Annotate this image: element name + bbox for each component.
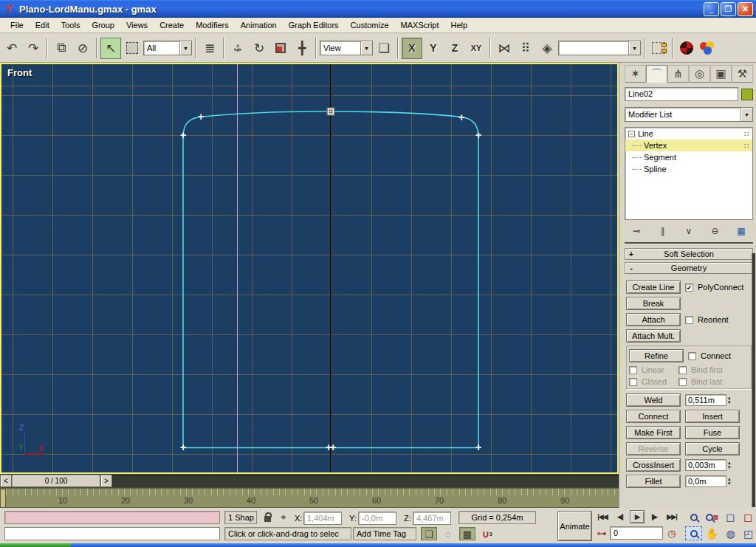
lock-stack-icon[interactable]: ∥ <box>656 226 670 236</box>
vertex-marker[interactable]: + <box>198 113 204 120</box>
region-zoom-icon[interactable] <box>685 526 702 540</box>
use-pivot-point-center-icon[interactable]: ❏ <box>374 38 394 59</box>
menu-views[interactable]: Views <box>120 19 154 31</box>
track-bar[interactable]: 10 20 30 40 50 60 70 80 90 100 <box>0 488 619 508</box>
stack-item-segment[interactable]: Segment <box>625 151 752 163</box>
cycle-button[interactable]: Cycle <box>685 442 740 455</box>
degradation-override-icon[interactable]: ❑ <box>421 527 437 540</box>
x-coordinate-field[interactable]: 1,404m <box>303 512 342 525</box>
y-coordinate-field[interactable]: -0,0m <box>358 512 396 525</box>
vertex-marker[interactable]: + <box>330 444 336 451</box>
rollout-soft-selection[interactable]: + Soft Selection <box>625 248 753 260</box>
spline-shape[interactable] <box>1 64 619 474</box>
undo-icon[interactable]: ↶ <box>1 38 22 59</box>
menu-edit[interactable]: Edit <box>30 19 55 31</box>
attach-button[interactable]: Attach <box>626 313 681 326</box>
chevron-down-icon[interactable]: ▼ <box>179 41 191 55</box>
reorient-checkbox[interactable] <box>685 316 693 324</box>
pan-hand-icon[interactable]: ✋ <box>704 526 721 540</box>
restrict-y-button[interactable]: Y <box>423 38 444 59</box>
remove-modifier-icon[interactable]: ⊖ <box>708 226 723 236</box>
tab-modify-icon[interactable]: ⌒ <box>646 65 667 83</box>
vertex-marker[interactable]: + <box>180 444 186 451</box>
restrict-xy-plane-button[interactable]: XY <box>466 38 487 59</box>
menu-maxscript[interactable]: MAXScript <box>395 19 445 31</box>
array-icon[interactable]: ⠿ <box>515 38 536 59</box>
track-view-icon[interactable] <box>648 38 669 59</box>
named-selection-sets-dropdown[interactable]: ▼ <box>558 41 641 55</box>
chevron-down-icon[interactable]: ▼ <box>360 41 372 55</box>
zoom-icon[interactable] <box>685 510 702 524</box>
menu-graph-editors[interactable]: Graph Editors <box>283 19 345 31</box>
weld-button[interactable]: Weld <box>626 393 681 407</box>
tab-create-icon[interactable]: ✶ <box>625 65 646 83</box>
go-to-start-button[interactable]: |◀◀ <box>594 510 611 523</box>
unlink-selection-icon[interactable]: ⊘ <box>72 38 93 59</box>
menu-group[interactable]: Group <box>86 19 120 31</box>
refine-button[interactable]: Refine <box>629 349 684 362</box>
current-frame-field[interactable]: 0 <box>610 526 663 540</box>
restrict-x-button[interactable]: X <box>402 38 422 59</box>
connect-checkbox[interactable] <box>688 352 696 360</box>
rectangular-selection-region-icon[interactable] <box>122 38 142 59</box>
pin-stack-icon[interactable]: ⊸ <box>629 226 644 236</box>
crossing-window-toggle-icon[interactable]: ▩ <box>459 527 475 540</box>
stack-item-vertex[interactable]: Vertex ∷ <box>625 140 752 151</box>
spline-path[interactable] <box>183 111 478 448</box>
tab-display-icon[interactable]: ▣ <box>710 65 732 83</box>
break-button[interactable]: Break <box>626 297 681 310</box>
create-line-button[interactable]: Create Line <box>626 281 681 294</box>
menu-tools[interactable]: Tools <box>55 19 86 31</box>
select-and-scale-icon[interactable] <box>270 38 291 59</box>
time-slider-prev-button[interactable]: < <box>0 475 12 487</box>
attach-mult-button[interactable]: Attach Mult. <box>626 329 681 343</box>
maxscript-mini-listener-white[interactable] <box>4 527 220 540</box>
z-coordinate-field[interactable]: 4,467m <box>413 512 451 525</box>
make-first-button[interactable]: Make First <box>626 426 681 439</box>
object-color-swatch[interactable] <box>741 89 753 100</box>
maxscript-mini-listener-pink[interactable] <box>4 511 220 524</box>
restrict-z-button[interactable]: Z <box>444 38 465 59</box>
current-frame-marker[interactable] <box>0 489 6 508</box>
spinner-down-icon[interactable]: ▾ <box>728 465 731 469</box>
minimize-button[interactable]: _ <box>704 2 719 16</box>
fuse-button[interactable]: Fuse <box>685 426 740 439</box>
show-end-result-icon[interactable]: ∨ <box>681 226 696 236</box>
menu-help[interactable]: Help <box>445 19 474 31</box>
menu-animation[interactable]: Animation <box>235 19 283 31</box>
time-slider-track[interactable] <box>112 475 619 487</box>
chevron-down-icon[interactable]: ▼ <box>628 41 640 55</box>
cross-insert-spinner[interactable]: 0,003m ▴▾ <box>685 459 731 471</box>
vertex-marker[interactable]: + <box>180 131 186 139</box>
tab-utilities-icon[interactable]: ⚒ <box>732 65 753 83</box>
fillet-value-field[interactable]: 0,0m <box>685 475 726 487</box>
select-and-move-icon[interactable]: ↔↕ <box>227 38 248 59</box>
object-name-field[interactable]: Line02 <box>625 87 738 101</box>
tab-hierarchy-icon[interactable]: ⋔ <box>667 65 689 83</box>
rollout-geometry[interactable]: - Geometry <box>625 262 753 274</box>
restore-button[interactable]: ❐ <box>721 2 736 16</box>
zoom-all-icon[interactable]: ▩ <box>704 510 721 524</box>
menu-create[interactable]: Create <box>154 19 190 31</box>
configure-modifier-sets-icon[interactable]: ▦ <box>734 226 749 236</box>
fillet-spinner[interactable]: 0,0m ▴▾ <box>685 475 731 487</box>
spinner-down-icon[interactable]: ▾ <box>728 481 731 486</box>
arc-rotate-icon[interactable]: ◍ <box>722 526 739 540</box>
cross-insert-button[interactable]: CrossInsert <box>626 458 681 472</box>
chevron-down-icon[interactable]: ▼ <box>740 108 752 121</box>
min-max-toggle-icon[interactable]: ◰ <box>740 526 756 540</box>
tab-motion-icon[interactable]: ◎ <box>689 65 710 83</box>
menu-file[interactable]: File <box>4 19 30 31</box>
select-and-link-icon[interactable]: ⧉ <box>51 38 72 59</box>
front-viewport[interactable]: Front + + + + + + + + Z Y X <box>0 63 619 474</box>
time-configuration-icon[interactable]: ◷ <box>664 526 679 540</box>
select-and-rotate-icon[interactable]: ↻ <box>249 38 269 59</box>
weld-spinner[interactable]: 0,511m ▴▾ <box>685 394 731 406</box>
cross-insert-value-field[interactable]: 0,003m <box>685 459 726 471</box>
vertex-marker[interactable]: + <box>475 131 481 139</box>
connect-button[interactable]: Connect <box>626 410 681 423</box>
selected-vertex[interactable] <box>327 108 335 116</box>
zoom-extents-icon[interactable]: ◻ <box>722 510 739 524</box>
weld-value-field[interactable]: 0,511m <box>685 394 726 406</box>
next-frame-button[interactable]: |▶ <box>647 510 661 523</box>
